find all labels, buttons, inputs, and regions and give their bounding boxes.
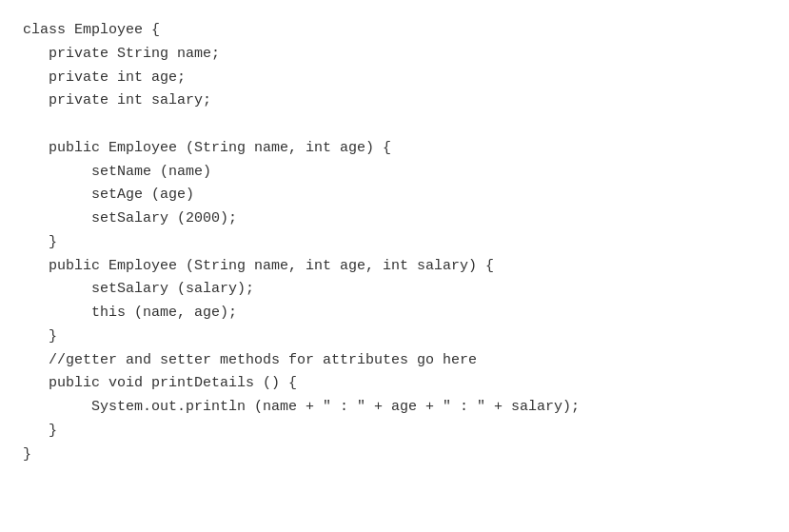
code-line: } xyxy=(23,420,766,443)
code-line: setSalary (2000); xyxy=(23,207,766,231)
code-line: class Employee { xyxy=(23,19,766,43)
code-line: } xyxy=(23,231,766,255)
code-line: setName (name) xyxy=(23,161,766,185)
code-line: this (name, age); xyxy=(23,302,766,325)
code-line: setAge (age) xyxy=(23,184,766,207)
code-line: setSalary (salary); xyxy=(23,278,766,302)
code-line xyxy=(23,113,766,137)
code-line: } xyxy=(23,443,766,467)
code-line: private int age; xyxy=(23,67,766,90)
code-line: public Employee (String name, int age, i… xyxy=(23,255,766,279)
code-line: private int salary; xyxy=(23,89,766,113)
code-line: public void printDetails () { xyxy=(23,372,766,396)
code-line: //getter and setter methods for attribut… xyxy=(23,349,766,373)
code-line: System.out.println (name + " : " + age +… xyxy=(23,396,766,420)
code-line: private String name; xyxy=(23,43,766,67)
code-line: } xyxy=(23,325,766,349)
code-line: public Employee (String name, int age) { xyxy=(23,137,766,161)
code-display: class Employee { private String name; pr… xyxy=(23,19,766,466)
